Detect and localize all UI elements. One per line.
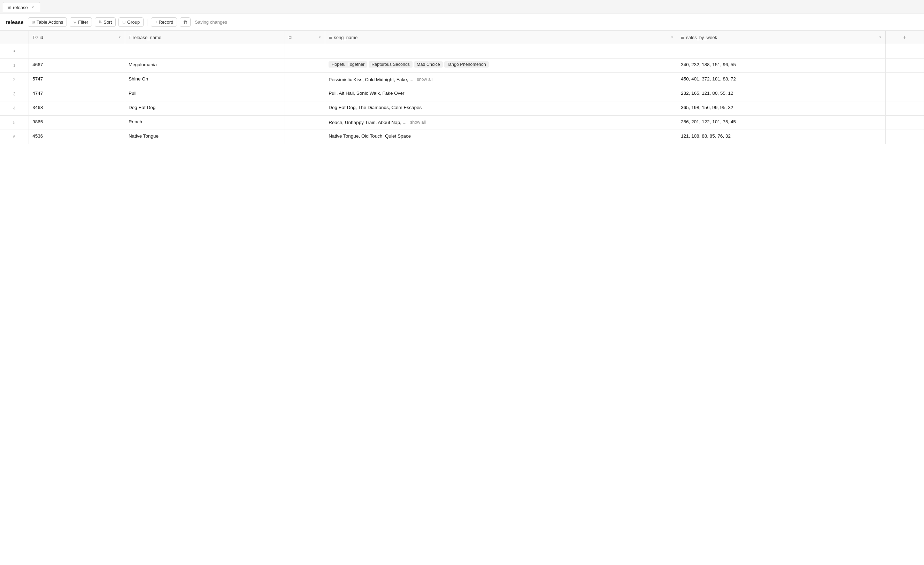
song-text-inline: Reach, Unhappy Train, About Nap, ...show… bbox=[325, 115, 677, 129]
row-number-cell: 5 bbox=[0, 115, 29, 130]
id-header-label: id bbox=[40, 35, 43, 40]
expand-cell bbox=[285, 73, 325, 87]
id-cell[interactable]: 3468 bbox=[29, 101, 125, 115]
delete-button[interactable]: 🗑 bbox=[180, 17, 190, 27]
table-row[interactable]: 25747Shine OnPessimistic Kiss, Cold Midn… bbox=[0, 73, 924, 87]
row-number-cell: 4 bbox=[0, 101, 29, 115]
id-cell[interactable]: 9865 bbox=[29, 115, 125, 130]
sales-cell: 121, 108, 88, 85, 76, 32 bbox=[677, 130, 885, 144]
sales-cell: 256, 201, 122, 101, 75, 45 bbox=[677, 115, 885, 130]
page-title: release bbox=[6, 19, 24, 25]
add-cell bbox=[885, 130, 924, 144]
song-name-cell[interactable]: Pessimistic Kiss, Cold Midnight, Fake, .… bbox=[325, 73, 677, 87]
sort-button[interactable]: ⇅ Sort bbox=[95, 17, 116, 27]
expand-icon: ⊡ bbox=[288, 35, 292, 40]
id-cell[interactable]: 4536 bbox=[29, 130, 125, 144]
song-name-text: Pessimistic Kiss, Cold Midnight, Fake, .… bbox=[328, 77, 413, 82]
row-number-cell: 2 bbox=[0, 73, 29, 87]
filter-button[interactable]: ▽ Filter bbox=[70, 17, 92, 27]
song-name-type-icon: ☰ bbox=[328, 35, 332, 40]
song-name-header-caret: ▼ bbox=[670, 36, 674, 39]
expand-cell bbox=[285, 115, 325, 130]
sales-cell: 340, 232, 188, 151, 96, 55 bbox=[677, 58, 885, 73]
status-text: Saving changes bbox=[195, 19, 227, 25]
song-name-text: Reach, Unhappy Train, About Nap, ... bbox=[328, 120, 406, 125]
expand-caret: ▼ bbox=[318, 36, 321, 39]
table-row[interactable]: 34747PullPull, Alt Hall, Sonic Walk, Fak… bbox=[0, 87, 924, 101]
table-row[interactable]: 14667MegalomaniaHopeful TogetherRapturou… bbox=[0, 58, 924, 73]
new-row-sales-cell bbox=[677, 44, 885, 58]
song-name-column-header[interactable]: ☰ song_name ▼ bbox=[325, 31, 677, 44]
song-name-cell[interactable]: Native Tongue, Old Touch, Quiet Space bbox=[325, 130, 677, 144]
song-tag: Tango Phenomenon bbox=[444, 61, 489, 67]
group-icon: ⊟ bbox=[122, 20, 125, 24]
song-name-cell[interactable]: Pull, Alt Hall, Sonic Walk, Fake Over bbox=[325, 87, 677, 101]
add-column-header[interactable]: + bbox=[885, 31, 924, 44]
table-body: • 14667MegalomaniaHopeful TogetherRaptur… bbox=[0, 44, 924, 144]
tab-bar: ⊞ release × bbox=[0, 0, 924, 14]
filter-icon: ▽ bbox=[74, 20, 76, 24]
expand-cell bbox=[285, 101, 325, 115]
sales-header-caret: ▼ bbox=[879, 36, 882, 39]
table-row[interactable]: 43468Dog Eat DogDog Eat Dog, The Diamond… bbox=[0, 101, 924, 115]
song-name-cell[interactable]: Dog Eat Dog, The Diamonds, Calm Escapes bbox=[325, 101, 677, 115]
toolbar: release ⊞ Table Actions ▽ Filter ⇅ Sort … bbox=[0, 14, 924, 31]
sales-cell: 232, 165, 121, 80, 55, 12 bbox=[677, 87, 885, 101]
id-type-icon: T↺ bbox=[32, 35, 38, 40]
new-row-song-cell bbox=[325, 44, 677, 58]
id-header-caret: ▼ bbox=[118, 36, 121, 39]
table-header-row: T↺ id ▼ T release_name ⊡ ▼ bbox=[0, 31, 924, 44]
expand-cell bbox=[285, 130, 325, 144]
song-text-inline: Pessimistic Kiss, Cold Midnight, Fake, .… bbox=[325, 73, 677, 86]
sales-header-label: sales_by_week bbox=[686, 35, 717, 40]
add-cell bbox=[885, 87, 924, 101]
release-tab[interactable]: ⊞ release × bbox=[3, 2, 40, 12]
release-name-header-label: release_name bbox=[133, 35, 161, 40]
id-cell[interactable]: 4747 bbox=[29, 87, 125, 101]
group-button[interactable]: ⊟ Group bbox=[118, 17, 144, 27]
sales-type-icon: ☰ bbox=[681, 35, 684, 40]
new-row-placeholder: • bbox=[0, 44, 924, 58]
data-table-container: T↺ id ▼ T release_name ⊡ ▼ bbox=[0, 31, 924, 144]
row-number-cell: 6 bbox=[0, 130, 29, 144]
expand-cell bbox=[285, 87, 325, 101]
sales-cell: 365, 198, 156, 99, 95, 32 bbox=[677, 101, 885, 115]
expand-column-header[interactable]: ⊡ ▼ bbox=[285, 31, 325, 44]
data-table: T↺ id ▼ T release_name ⊡ ▼ bbox=[0, 31, 924, 144]
table-row[interactable]: 64536Native TongueNative Tongue, Old Tou… bbox=[0, 130, 924, 144]
release-name-cell[interactable]: Pull bbox=[125, 87, 285, 101]
id-cell[interactable]: 5747 bbox=[29, 73, 125, 87]
tab-close-button[interactable]: × bbox=[30, 4, 36, 10]
release-name-cell[interactable]: Megalomania bbox=[125, 58, 285, 73]
sales-column-header[interactable]: ☰ sales_by_week ▼ bbox=[677, 31, 885, 44]
table-actions-icon: ⊞ bbox=[32, 20, 35, 24]
add-cell bbox=[885, 101, 924, 115]
song-tag: Rapturous Seconds bbox=[369, 61, 412, 67]
show-all-button[interactable]: show all bbox=[409, 119, 427, 125]
release-name-cell[interactable]: Native Tongue bbox=[125, 130, 285, 144]
show-all-button[interactable]: show all bbox=[415, 76, 434, 82]
song-name-text: Native Tongue, Old Touch, Quiet Space bbox=[325, 130, 677, 144]
filter-label: Filter bbox=[78, 19, 88, 25]
new-row-release-cell bbox=[125, 44, 285, 58]
table-actions-button[interactable]: ⊞ Table Actions bbox=[28, 17, 67, 27]
new-row-add-cell bbox=[885, 44, 924, 58]
new-row-id-cell bbox=[29, 44, 125, 58]
toolbar-divider bbox=[147, 19, 147, 26]
release-name-cell[interactable]: Reach bbox=[125, 115, 285, 130]
add-cell bbox=[885, 73, 924, 87]
release-name-cell[interactable]: Dog Eat Dog bbox=[125, 101, 285, 115]
id-cell[interactable]: 4667 bbox=[29, 58, 125, 73]
id-column-header[interactable]: T↺ id ▼ bbox=[29, 31, 125, 44]
release-name-cell[interactable]: Shine On bbox=[125, 73, 285, 87]
add-record-button[interactable]: + Record bbox=[151, 17, 177, 27]
song-name-cell[interactable]: Reach, Unhappy Train, About Nap, ...show… bbox=[325, 115, 677, 130]
release-name-column-header[interactable]: T release_name bbox=[125, 31, 285, 44]
release-name-type-icon: T bbox=[129, 35, 131, 39]
add-column-icon[interactable]: + bbox=[886, 31, 924, 44]
table-row[interactable]: 59865ReachReach, Unhappy Train, About Na… bbox=[0, 115, 924, 130]
new-row-num-cell: • bbox=[0, 44, 29, 58]
sort-label: Sort bbox=[104, 19, 112, 25]
row-number-cell: 3 bbox=[0, 87, 29, 101]
song-name-cell[interactable]: Hopeful TogetherRapturous SecondsMad Cho… bbox=[325, 58, 677, 73]
